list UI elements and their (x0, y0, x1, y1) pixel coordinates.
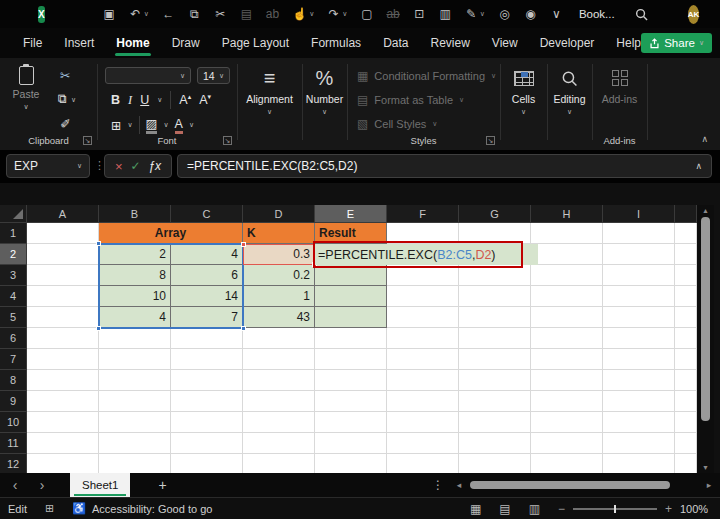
horizontal-scrollbar-thumb[interactable] (470, 481, 670, 489)
share-button[interactable]: Share ∨ (641, 33, 712, 53)
cell-D8[interactable] (243, 370, 315, 391)
font-size-combo[interactable]: 14 ∨ (197, 67, 230, 84)
cell-G3[interactable] (459, 265, 531, 286)
cell-F11[interactable] (387, 433, 459, 454)
number-button[interactable]: % Number ∨ (302, 66, 347, 116)
cell-A2[interactable] (27, 244, 99, 265)
cell-F5[interactable] (387, 307, 459, 328)
cell-B4[interactable]: 10 (99, 286, 171, 307)
italic-button[interactable]: I (128, 93, 132, 108)
cell-B2[interactable]: 2 (99, 244, 171, 265)
cell-G4[interactable] (459, 286, 531, 307)
workbook-stats-button[interactable]: ▥ (439, 8, 452, 20)
zoom-in-button[interactable]: + (665, 502, 672, 516)
cell-G2[interactable] (459, 244, 531, 265)
cell-G10[interactable] (459, 412, 531, 433)
tab-review[interactable]: Review (419, 28, 480, 58)
cell-B11[interactable] (99, 433, 171, 454)
format-painter-button[interactable]: ✐ (60, 116, 70, 131)
tab-draw[interactable]: Draw (161, 28, 211, 58)
cell-F2[interactable] (387, 244, 459, 265)
save-button[interactable]: ▣ (103, 8, 116, 20)
conditional-formatting-button[interactable]: ▦ Conditional Formatting ∨ (357, 66, 496, 86)
cell-G12[interactable] (459, 454, 531, 473)
select-all-corner[interactable] (0, 205, 27, 223)
cell-F8[interactable] (387, 370, 459, 391)
cell-B12[interactable] (99, 454, 171, 473)
cell-G11[interactable] (459, 433, 531, 454)
cell-D4[interactable]: 1 (243, 286, 315, 307)
cell-partial-5[interactable] (675, 307, 697, 328)
cell-E4[interactable] (315, 286, 387, 307)
sheet-options-icon[interactable]: ⋮ (432, 478, 444, 492)
zoom-percentage[interactable]: 100% (672, 503, 716, 515)
scroll-up-icon[interactable]: ▲ (697, 207, 714, 214)
prev-sheet-icon[interactable]: ‹ (0, 477, 30, 493)
enter-check-icon[interactable]: ✓ (130, 159, 140, 173)
page-break-view-icon[interactable]: ▥ (529, 502, 540, 516)
paste-button[interactable]: ▤ (240, 8, 253, 20)
cell-partial-4[interactable] (675, 286, 697, 307)
column-header-D[interactable]: D (243, 205, 315, 223)
cell-E5[interactable] (315, 307, 387, 328)
cell-F10[interactable] (387, 412, 459, 433)
cell-I6[interactable] (603, 328, 675, 349)
page-layout-view-icon[interactable]: ▤ (499, 502, 510, 516)
column-header-partial[interactable] (675, 205, 697, 223)
cell-D7[interactable] (243, 349, 315, 370)
format-as-table-button[interactable]: ▤ Format as Table ∨ (357, 90, 464, 110)
tab-insert[interactable]: Insert (53, 28, 105, 58)
cell-H12[interactable] (531, 454, 603, 473)
cell-C9[interactable] (171, 391, 243, 412)
cell-E1[interactable]: Result (315, 223, 387, 244)
cell-F12[interactable] (387, 454, 459, 473)
increase-font-size-button[interactable]: A▴ (179, 93, 191, 107)
cell-F3[interactable] (387, 265, 459, 286)
borders-button[interactable]: ⊞ (111, 118, 121, 133)
cell-H7[interactable] (531, 349, 603, 370)
cell-D10[interactable] (243, 412, 315, 433)
cell-C6[interactable] (171, 328, 243, 349)
cell-I11[interactable] (603, 433, 675, 454)
cell-I9[interactable] (603, 391, 675, 412)
cell-C3[interactable]: 6 (171, 265, 243, 286)
cell-G1[interactable] (459, 223, 531, 244)
fill-color-button[interactable]: ▨ (146, 116, 158, 134)
tab-data[interactable]: Data (372, 28, 419, 58)
undo-button[interactable]: ↶∨ (129, 8, 149, 20)
cell-H6[interactable] (531, 328, 603, 349)
cell-D3[interactable]: 0.2 (243, 265, 315, 286)
cell-E9[interactable] (315, 391, 387, 412)
cell-D1[interactable]: K (243, 223, 315, 244)
bold-button[interactable]: B (111, 93, 120, 107)
cell-C10[interactable] (171, 412, 243, 433)
cell-G7[interactable] (459, 349, 531, 370)
tab-developer[interactable]: Developer (529, 28, 606, 58)
column-header-H[interactable]: H (531, 205, 603, 223)
cell-H8[interactable] (531, 370, 603, 391)
font-color-button[interactable]: A (175, 117, 183, 134)
paste-button[interactable]: Paste ∨ (2, 66, 50, 111)
cell-C7[interactable] (171, 349, 243, 370)
cell-I4[interactable] (603, 286, 675, 307)
zoom-slider-thumb[interactable] (614, 505, 617, 513)
cell-A11[interactable] (27, 433, 99, 454)
cell-I1[interactable] (603, 223, 675, 244)
search-icon[interactable] (635, 8, 648, 21)
cell-partial-1[interactable] (675, 223, 697, 244)
cell-E8[interactable] (315, 370, 387, 391)
column-header-E[interactable]: E (315, 205, 387, 223)
cell-C2[interactable]: 4 (171, 244, 243, 265)
camera-button[interactable]: ⊡ (413, 8, 426, 20)
insert-function-icon[interactable]: ƒx (148, 159, 161, 173)
cell-partial-10[interactable] (675, 412, 697, 433)
row-header-4[interactable]: 4 (0, 286, 27, 307)
redo-button[interactable]: ↷∨ (327, 8, 347, 20)
cell-B8[interactable] (99, 370, 171, 391)
cell-E12[interactable] (315, 454, 387, 473)
cell-C11[interactable] (171, 433, 243, 454)
cell-I7[interactable] (603, 349, 675, 370)
cell-styles-button[interactable]: ▧ Cell Styles ∨ (357, 114, 437, 134)
row-header-6[interactable]: 6 (0, 328, 27, 349)
cell-C12[interactable] (171, 454, 243, 473)
